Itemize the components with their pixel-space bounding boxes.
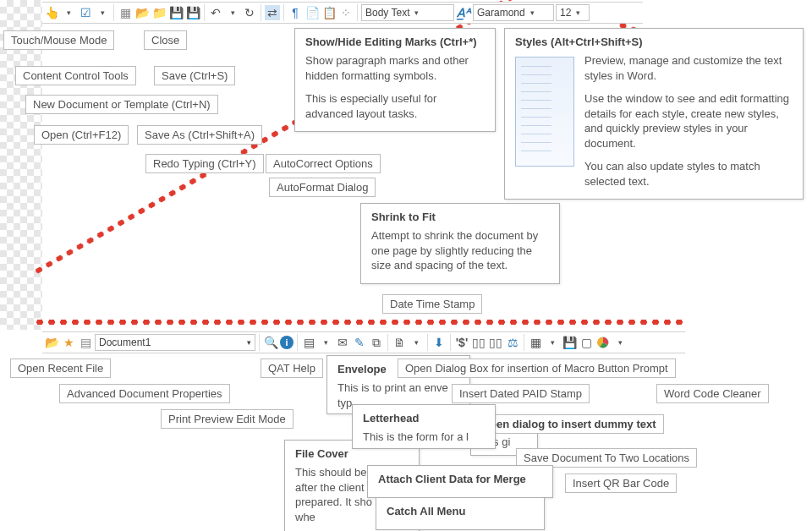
callout-open: Open (Ctrl+F12) [34,125,129,145]
tooltip-title: Show/Hide Editing Marks (Ctrl+*) [305,36,485,48]
favorite-icon[interactable]: ★ [61,335,76,350]
size-dropdown[interactable]: 12 ▾ [556,4,590,21]
mail-icon[interactable]: ✉ [335,335,350,350]
quick-access-toolbar-top: 👆 ▾ ☑ ▾ ▦ 📂 📁 💾 💾 ↶ ▾ ↻ ⇄ ¶ 📄 📋 ⁘ Body T… [42,2,643,24]
style-dropdown[interactable]: Body Text ▾ [361,4,454,21]
save2-icon[interactable]: 💾 [562,335,577,350]
qat-help-icon[interactable]: i [280,336,294,349]
window-icon[interactable]: ▢ [579,335,594,350]
save-as-icon[interactable]: 💾 [185,5,200,20]
columns1-icon[interactable]: ▯▯ [471,335,486,350]
tooltip-editing-marks: Show/Hide Editing Marks (Ctrl+*) Show pa… [294,28,496,132]
callout-adv-props: Advanced Document Properties [59,384,230,403]
touch-mode-icon[interactable]: 👆 [44,5,59,20]
callout-dummy-text: Open dialog to insert dummy text [474,414,664,434]
callout-print-preview: Print Preview Edit Mode [161,409,294,429]
callout-touch-mouse: Touch/Mouse Mode [3,30,114,50]
callout-save: Save (Ctrl+S) [154,66,235,85]
envelope-group-icon[interactable]: ▤ [301,335,316,350]
styles-pane-icon[interactable]: A̲ᴬ [456,5,471,20]
callout-new-doc: New Document or Template (Ctrl+N) [25,95,218,114]
document-dropdown-value: Document1 [99,337,151,348]
pie-icon[interactable] [595,335,611,350]
callout-autoformat: AutoFormat Dialog [269,178,376,197]
layout-icon[interactable]: ▦ [528,335,543,350]
redo-icon[interactable]: ↻ [242,5,257,20]
tooltip-title: Styles (Alt+Ctrl+Shift+S) [515,36,793,48]
quick-access-toolbar-bottom: 📂 ★ ▤ Document1 ▾ 🔍 i ▤ ▾ ✉ ✎ ⧉ 🗎 ▾ ⬇ '$… [42,331,685,353]
page-icon[interactable]: 📄 [304,5,320,20]
callout-macro-button: Open Dialog Box for insertion of Macro B… [398,359,676,378]
show-hide-marks-icon[interactable]: ¶ [288,5,303,20]
tooltip-styles: Styles (Alt+Ctrl+Shift+S) Preview, manag… [504,28,804,200]
tooltip-shrink: Shrink to Fit Attempt to shrink the docu… [360,203,560,284]
attach-icon[interactable]: ⧉ [369,335,384,350]
tooltip-title: Catch All Menu [387,505,534,517]
download-icon[interactable]: ⬇ [431,335,447,350]
callout-save-as: Save As (Ctrl+Shift+A) [137,125,262,145]
tooltip-title: File Cover [295,447,409,460]
new-doc-icon[interactable]: ▦ [118,5,133,20]
callout-date-time: Date Time Stamp [382,294,482,314]
content-control-icon[interactable]: ☑ [78,5,93,20]
style-dropdown-value: Body Text [365,7,409,19]
undo-icon[interactable]: ↶ [208,5,223,20]
final-caret[interactable]: ▾ [612,335,628,350]
open-recent-icon[interactable]: 📂 [44,335,59,350]
font-dropdown[interactable]: Garamond ▾ [473,4,554,21]
connector-line [34,320,685,325]
callout-close: Close [144,30,187,50]
columns2-icon[interactable]: ▯▯ [488,335,503,350]
new-page-icon[interactable]: 🗎 [392,335,407,350]
callout-open-recent: Open Recent File [10,359,111,378]
sign-icon[interactable]: ✎ [352,335,367,350]
content-control-caret[interactable]: ▾ [95,5,110,20]
font-dropdown-value: Garamond [477,7,525,19]
close-icon[interactable]: 📁 [151,5,167,20]
touch-mode-caret[interactable]: ▾ [61,5,76,20]
scales-icon[interactable]: ⚖ [505,335,520,350]
callout-word-cleaner: Word Code Cleaner [656,384,769,403]
envelope-caret[interactable]: ▾ [318,335,333,350]
adv-props-icon[interactable]: ▤ [78,335,93,350]
open-icon[interactable]: 📂 [134,5,150,20]
document-dropdown[interactable]: Document1 ▾ [95,334,255,351]
styles-thumbnail [515,57,574,167]
callout-autocorrect: AutoCorrect Options [266,154,381,173]
toggle-arrows-icon[interactable]: ⇄ [265,5,280,20]
layout-caret[interactable]: ▾ [545,335,560,350]
save-icon[interactable]: 💾 [168,5,184,20]
shrink-fit-icon[interactable]: ⁘ [338,5,354,20]
tooltip-title: Shrink to Fit [371,211,549,223]
dollar-icon[interactable]: '$' [454,335,469,350]
print-preview-icon[interactable]: 🔍 [263,335,278,350]
paste-icon[interactable]: 📋 [321,5,337,20]
tooltip-catch-all: Catch All Menu [376,497,545,530]
callout-qr-code: Insert QR Bar Code [565,474,677,493]
tooltip-letterhead: Letterhead This is the form for a l [352,404,496,449]
size-dropdown-value: 12 [560,7,571,19]
callout-redo: Redo Typing (Ctrl+Y) [145,154,264,173]
undo-caret[interactable]: ▾ [225,5,240,20]
callout-content-control: Content Control Tools [15,66,136,85]
callout-qat-help: QAT Help [261,359,323,378]
tooltip-attach: Attach Client Data for Merge [367,465,553,498]
tooltip-title: Letterhead [363,412,485,424]
callout-paid-stamp: Insert Dated PAID Stamp [452,384,590,403]
tooltip-title: Attach Client Data for Merge [378,473,542,485]
new-page-caret[interactable]: ▾ [409,335,424,350]
